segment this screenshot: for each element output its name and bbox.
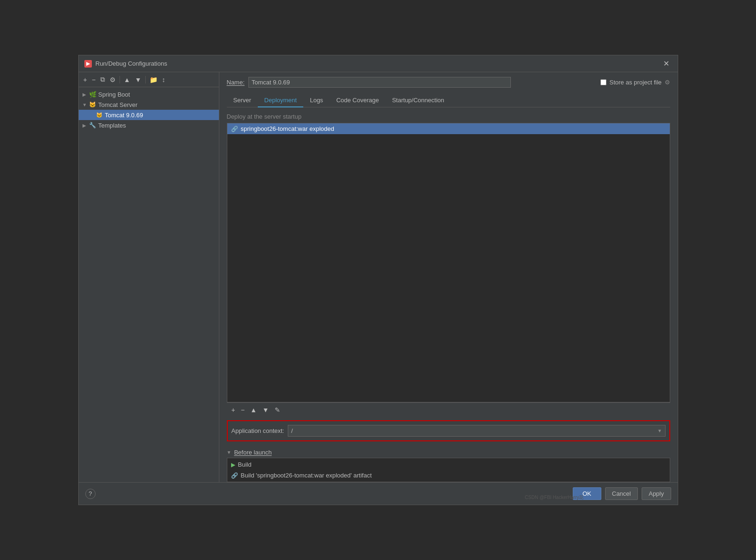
store-row: Store as project file ⚙: [600, 79, 670, 86]
remove-config-button[interactable]: −: [90, 75, 97, 84]
cancel-button[interactable]: Cancel: [605, 487, 638, 500]
apply-button[interactable]: Apply: [642, 487, 671, 500]
deploy-item-label: springboot26-tomcat:war exploded: [241, 125, 334, 132]
before-launch-list: ▶ Build 🔗 Build 'springboot26-tomcat:war…: [227, 458, 670, 482]
app-context-input-wrap: ▼: [288, 425, 665, 437]
left-panel: + − ⧉ ⚙ ▲ ▼ 📁 ↕ ▶ 🌿 Spring Boot: [79, 72, 219, 482]
spring-boot-label: Spring Boot: [98, 91, 130, 98]
tomcat-instance-icon: 🐱: [96, 111, 103, 119]
store-checkbox[interactable]: [600, 79, 606, 85]
title-bar: ▶ Run/Debug Configurations ✕: [79, 55, 678, 72]
app-context-row: Application context: ▼: [232, 425, 666, 437]
app-icon: ▶: [84, 60, 92, 68]
store-label: Store as project file: [609, 79, 661, 86]
deploy-section-label: Deploy at the server startup: [227, 113, 670, 120]
tab-content-deployment: Deploy at the server startup 🔗 springboo…: [227, 107, 670, 482]
tomcat-server-label: Tomcat Server: [98, 101, 138, 108]
tomcat-server-icon: 🐱: [89, 101, 97, 108]
bl-item-artifact[interactable]: 🔗 Build 'springboot26-tomcat:war explode…: [227, 470, 670, 481]
templates-arrow: ▶: [82, 123, 89, 128]
before-launch-label: Before launch: [234, 449, 271, 456]
add-config-button[interactable]: +: [82, 75, 89, 84]
tab-startup-connection[interactable]: Startup/Connection: [385, 94, 450, 107]
tree-item-tomcat-instance[interactable]: 🐱 Tomcat 9.0.69: [79, 110, 219, 120]
run-debug-dialog: ▶ Run/Debug Configurations ✕ + − ⧉ ⚙ ▲ ▼…: [78, 55, 678, 505]
deploy-add-button[interactable]: +: [230, 406, 237, 414]
left-toolbar: + − ⧉ ⚙ ▲ ▼ 📁 ↕: [79, 72, 219, 87]
bl-build-label: Build: [238, 461, 252, 468]
build-icon: ▶: [231, 462, 235, 468]
copy-config-button[interactable]: ⧉: [98, 75, 107, 84]
artifact-icon: 🔗: [231, 126, 238, 132]
before-launch-section: ▼ Before launch ▶ Build 🔗 Build 'springb…: [227, 447, 670, 482]
bottom-left: ?: [85, 489, 96, 499]
app-context-section: Application context: ▼: [227, 420, 670, 441]
close-button[interactable]: ✕: [660, 58, 672, 69]
tomcat-server-arrow: ▼: [82, 102, 89, 107]
templates-label: Templates: [98, 122, 126, 129]
tab-logs[interactable]: Logs: [303, 94, 329, 107]
main-content: + − ⧉ ⚙ ▲ ▼ 📁 ↕ ▶ 🌿 Spring Boot: [79, 72, 678, 482]
app-context-dropdown-arrow[interactable]: ▼: [655, 426, 665, 435]
folder-button[interactable]: 📁: [148, 75, 159, 84]
toolbar-divider-2: [145, 76, 146, 83]
bottom-right: OK Cancel Apply: [573, 487, 671, 500]
artifact-build-icon: 🔗: [231, 472, 238, 479]
right-main-inner: Deploy at the server startup 🔗 springboo…: [227, 113, 670, 482]
toolbar-divider: [120, 76, 120, 83]
spring-boot-arrow: ▶: [82, 92, 89, 97]
move-down-button[interactable]: ▼: [133, 75, 143, 84]
bl-artifact-label: Build 'springboot26-tomcat:war exploded'…: [241, 472, 372, 479]
bl-item-build[interactable]: ▶ Build: [227, 459, 670, 470]
right-panel: Name: Store as project file ⚙ Server Dep…: [219, 72, 678, 482]
name-row: Name: Store as project file ⚙: [227, 77, 670, 88]
spring-boot-icon: 🌿: [89, 91, 97, 98]
tab-code-coverage[interactable]: Code Coverage: [329, 94, 385, 107]
tree-item-spring-boot[interactable]: ▶ 🌿 Spring Boot: [79, 89, 219, 99]
tab-deployment[interactable]: Deployment: [258, 94, 303, 107]
settings-config-button[interactable]: ⚙: [108, 75, 118, 84]
deploy-edit-button[interactable]: ✎: [273, 406, 282, 414]
deploy-down-button[interactable]: ▼: [261, 406, 271, 414]
tomcat-instance-label: Tomcat 9.0.69: [105, 112, 143, 119]
config-tree: ▶ 🌿 Spring Boot ▼ 🐱 Tomcat Server 🐱 Tomc…: [79, 87, 219, 482]
tabs-bar: Server Deployment Logs Code Coverage Sta…: [227, 93, 670, 107]
gear-icon[interactable]: ⚙: [665, 79, 670, 86]
name-input[interactable]: [248, 77, 511, 88]
tab-server[interactable]: Server: [227, 94, 258, 107]
tree-item-tomcat-server[interactable]: ▼ 🐱 Tomcat Server: [79, 99, 219, 110]
before-launch-header[interactable]: ▼ Before launch: [227, 447, 670, 458]
deploy-toolbar: + − ▲ ▼ ✎: [227, 402, 670, 416]
deploy-list: 🔗 springboot26-tomcat:war exploded: [227, 123, 670, 402]
app-context-input[interactable]: [288, 425, 654, 436]
app-context-label: Application context:: [232, 427, 284, 434]
tree-item-templates[interactable]: ▶ 🔧 Templates: [79, 120, 219, 130]
deploy-area: Deploy at the server startup 🔗 springboo…: [227, 113, 670, 416]
move-up-button[interactable]: ▲: [122, 75, 132, 84]
deploy-up-button[interactable]: ▲: [248, 406, 259, 414]
dialog-title: Run/Debug Configurations: [96, 60, 167, 67]
title-bar-left: ▶ Run/Debug Configurations: [84, 60, 167, 68]
templates-icon: 🔧: [89, 121, 97, 129]
name-label: Name:: [227, 79, 245, 86]
watermark: CSDN @FBI HackerHarry花: [525, 494, 584, 501]
help-button[interactable]: ?: [85, 489, 96, 499]
sort-button[interactable]: ↕: [160, 75, 167, 84]
deploy-remove-button[interactable]: −: [239, 406, 247, 414]
deploy-item[interactable]: 🔗 springboot26-tomcat:war exploded: [227, 123, 670, 134]
collapse-arrow-icon: ▼: [227, 450, 232, 455]
bottom-bar: ? OK Cancel Apply: [79, 482, 678, 505]
